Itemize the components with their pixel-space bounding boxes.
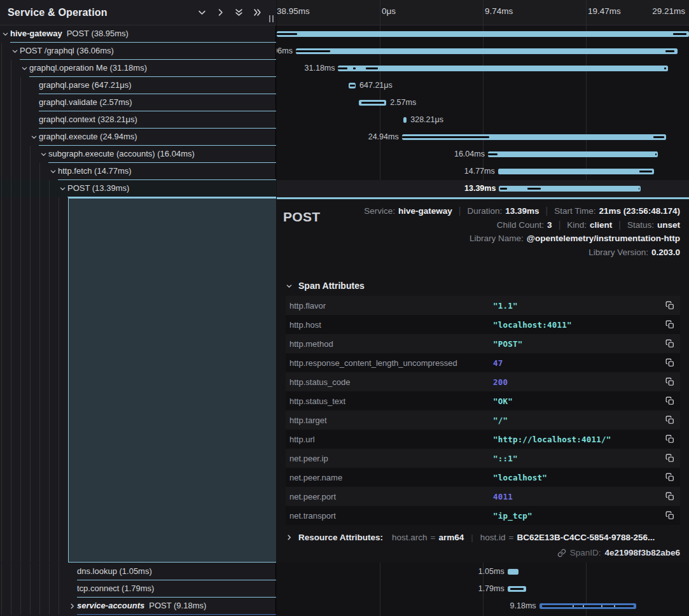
meta-value: 0.203.0 <box>651 248 680 257</box>
span-duration-label: 1.05ms <box>478 567 505 576</box>
indent-guide <box>20 180 21 197</box>
chevron-right-icon[interactable] <box>286 534 293 542</box>
column-resize-handle[interactable] <box>269 15 274 22</box>
span-row-bar[interactable] <box>277 25 689 43</box>
attr-key: net.peer.port <box>289 492 493 501</box>
indent-guide <box>20 163 21 180</box>
copy-icon[interactable] <box>664 377 675 388</box>
span-row-name[interactable]: tcp.connect (1.79ms) <box>0 580 276 598</box>
span-bar[interactable] <box>296 48 678 54</box>
span-row-bar[interactable]: 328.21μs <box>277 111 689 129</box>
span-row-name[interactable]: graphql.context (328.21μs) <box>0 111 276 129</box>
attr-row: http.status_code200 <box>286 372 680 391</box>
span-row-bar[interactable]: 24.94ms <box>277 129 689 146</box>
span-name-column: Service & Operation hive-gatewayPOST (38… <box>0 0 276 616</box>
chevron-down-icon[interactable] <box>20 64 28 72</box>
copy-icon[interactable] <box>664 300 675 311</box>
span-row-bar[interactable]: 2.57ms <box>277 94 689 111</box>
span-row-name[interactable]: POST (13.39ms) <box>0 180 276 197</box>
chevron-down-icon[interactable] <box>30 133 38 141</box>
resource-attributes-row[interactable]: Resource Attributes: host.arch=arm64|hos… <box>286 533 680 542</box>
span-row-bar[interactable]: 9.18ms <box>277 598 689 615</box>
double-chevron-down-icon[interactable] <box>233 8 244 18</box>
span-row-name[interactable]: graphql.validate (2.57ms) <box>0 94 276 111</box>
copy-icon[interactable] <box>664 510 675 521</box>
span-row-bar[interactable]: 36.06ms <box>277 43 689 60</box>
span-row-bar[interactable]: 31.18ms <box>277 60 689 77</box>
span-attributes-table: http.flavor"1.1"http.host"localhost:4011… <box>286 296 680 525</box>
copy-icon[interactable] <box>664 472 675 483</box>
span-duration-label: 36.06ms <box>277 46 293 55</box>
copy-icon[interactable] <box>664 339 675 349</box>
link-icon[interactable] <box>557 549 566 557</box>
indent-guide <box>30 598 31 615</box>
span-row-name[interactable]: graphql.execute (24.94ms) <box>0 129 276 146</box>
copy-icon[interactable] <box>664 396 675 407</box>
meta-label: Child Count: <box>497 220 544 230</box>
span-bar[interactable] <box>488 151 658 157</box>
span-row-bar[interactable]: 647.21μs <box>277 77 689 94</box>
span-row-name[interactable]: POST /graphql (36.06ms) <box>0 43 276 60</box>
detail-meta-line: Service:hive-gateway|Duration:13.39ms|St… <box>320 206 680 220</box>
attr-key: http.method <box>289 339 493 349</box>
span-bar[interactable] <box>508 569 518 575</box>
resource-attribute-pair: host.arch=arm64 <box>392 533 464 542</box>
chevron-down-icon[interactable] <box>59 185 66 192</box>
indent-guide <box>20 580 21 598</box>
span-bar[interactable] <box>277 31 689 37</box>
span-bar[interactable] <box>539 603 637 609</box>
span-bar[interactable] <box>349 83 356 88</box>
span-row-bar[interactable]: 13.39ms <box>277 180 689 197</box>
span-row-name[interactable]: dns.lookup (1.05ms) <box>0 563 276 580</box>
chevron-down-icon[interactable] <box>197 8 207 18</box>
attr-row: http.url"http://localhost:4011/" <box>286 430 680 449</box>
double-chevron-right-icon[interactable] <box>252 8 262 18</box>
span-row-name[interactable]: hive-gatewayPOST (38.95ms) <box>0 25 276 43</box>
meta-label: Service: <box>364 206 395 216</box>
span-bar[interactable] <box>359 100 386 106</box>
meta-value: @opentelemetry/instrumentation-http <box>527 234 680 243</box>
equals-sign: = <box>509 533 514 542</box>
copy-icon[interactable] <box>664 434 675 445</box>
indent-guide <box>39 598 40 615</box>
chevron-down-icon[interactable] <box>11 47 18 55</box>
copy-icon[interactable] <box>664 319 675 330</box>
chevron-down-icon[interactable] <box>39 150 47 158</box>
copy-icon[interactable] <box>664 358 675 368</box>
span-operation-label: graphql.operation Me (31.18ms) <box>29 63 147 73</box>
chevron-right-icon[interactable] <box>215 8 225 18</box>
span-duration-label: 647.21μs <box>359 81 393 90</box>
bar-self-time-segment <box>527 188 541 190</box>
span-attributes-section-header[interactable]: Span Attributes <box>286 281 689 291</box>
bar-self-time-segment <box>277 33 297 35</box>
span-row-name[interactable]: graphql.operation Me (31.18ms) <box>0 60 276 77</box>
chevron-down-icon[interactable] <box>1 30 9 38</box>
span-bar[interactable] <box>498 169 655 174</box>
copy-icon[interactable] <box>664 453 675 464</box>
span-bar[interactable] <box>338 66 668 71</box>
span-bar[interactable] <box>499 186 641 192</box>
chevron-right-icon[interactable] <box>68 602 76 610</box>
span-row-name[interactable]: service-accountsPOST (9.18ms) <box>0 598 276 615</box>
span-bar[interactable] <box>403 117 407 123</box>
span-row-bar[interactable]: 1.79ms <box>277 580 689 598</box>
copy-icon[interactable] <box>664 491 675 502</box>
span-name-label: POST (13.39ms) <box>67 180 129 197</box>
chevron-down-icon[interactable] <box>49 167 57 175</box>
bar-self-time-segment <box>500 188 507 190</box>
span-operation-label: POST (13.39ms) <box>67 183 129 193</box>
span-row-name[interactable]: subgraph.execute (accounts) (16.04ms) <box>0 146 276 163</box>
span-row-bar[interactable]: 16.04ms <box>277 146 689 163</box>
indent-guide <box>1 146 2 163</box>
span-row-bar[interactable]: 1.05ms <box>277 563 689 580</box>
span-bar[interactable] <box>402 134 666 140</box>
copy-icon[interactable] <box>664 415 675 426</box>
attr-key: http.url <box>289 435 493 444</box>
meta-value: 3 <box>547 220 552 230</box>
span-duration-label: 14.77ms <box>464 167 495 176</box>
chevron-down-icon[interactable] <box>286 282 293 290</box>
span-row-name[interactable]: http.fetch (14.77ms) <box>0 163 276 180</box>
span-row-name[interactable]: graphql.parse (647.21μs) <box>0 77 276 94</box>
span-row-bar[interactable]: 14.77ms <box>277 163 689 180</box>
span-bar[interactable] <box>508 586 527 592</box>
